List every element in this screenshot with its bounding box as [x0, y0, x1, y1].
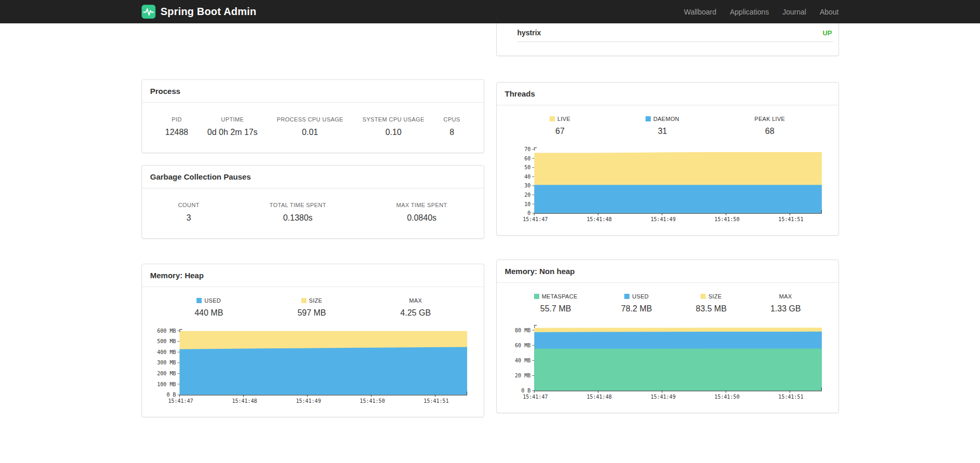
svg-text:0: 0 [527, 210, 530, 216]
legend-value: 31 [646, 127, 679, 136]
memory-nonheap-legend: METASPACE 55.7 MB USED 78.2 MB SIZE [497, 283, 838, 316]
svg-text:15:41:51: 15:41:51 [778, 216, 803, 222]
spring-boot-admin-logo-icon [142, 5, 156, 19]
metric-label: COUNT [178, 202, 200, 208]
svg-text:20 MB: 20 MB [515, 373, 530, 378]
memory-nonheap-area-chart: 0 B20 MB40 MB60 MB80 MB15:41:4715:41:481… [500, 321, 833, 406]
metric-label: CPUS [443, 116, 460, 122]
threads-card-title: Threads [497, 83, 838, 105]
legend-label: SIZE [708, 293, 722, 299]
legend-value: 597 MB [298, 308, 326, 318]
svg-text:15:41:49: 15:41:49 [650, 216, 675, 222]
gc-card-title: Garbage Collection Pauses [142, 166, 484, 188]
memory-heap-area-chart: 0 B100 MB200 MB300 MB400 MB500 MB600 MB1… [145, 325, 479, 411]
nav-link-about[interactable]: About [820, 8, 839, 16]
svg-text:300 MB: 300 MB [157, 360, 176, 365]
legend-max: MAX 1.33 GB [771, 293, 801, 314]
svg-text:80 MB: 80 MB [515, 328, 530, 333]
legend-daemon: DAEMON 31 [646, 116, 679, 136]
metric-value: 0.1380s [270, 213, 326, 223]
svg-text:0 B: 0 B [166, 392, 176, 398]
metric-value: 8 [443, 128, 460, 137]
svg-text:15:41:48: 15:41:48 [232, 398, 257, 404]
gc-pauses-card: Garbage Collection Pauses COUNT 3 TOTAL … [142, 165, 484, 239]
metric-cpus: CPUS 8 [443, 116, 460, 137]
used-color-swatch-icon [624, 294, 629, 299]
svg-text:15:41:51: 15:41:51 [778, 393, 803, 399]
threads-chart: 01020304050607015:41:4715:41:4815:41:491… [497, 138, 838, 235]
metric-gc-total-time: TOTAL TIME SPENT 0.1380s [270, 202, 326, 223]
legend-label: MAX [779, 293, 792, 299]
legend-size: SIZE 83.5 MB [696, 293, 727, 314]
legend-label: DAEMON [653, 116, 679, 122]
svg-text:40 MB: 40 MB [515, 358, 530, 363]
legend-value: 1.33 GB [771, 304, 801, 314]
legend-value: 67 [550, 127, 570, 136]
svg-text:15:41:51: 15:41:51 [424, 398, 449, 404]
metric-value: 3 [178, 213, 200, 223]
memory-nonheap-card-title: Memory: Non heap [497, 260, 838, 283]
memory-heap-legend: USED 440 MB SIZE 597 MB MAX 4 [142, 287, 484, 320]
legend-value: 55.7 MB [534, 304, 578, 314]
nav-link-wallboard[interactable]: Wallboard [684, 8, 717, 16]
metric-label: PROCESS CPU USAGE [277, 116, 343, 122]
svg-text:70: 70 [524, 146, 530, 152]
threads-card: Threads LIVE 67 DAEMON 31 [496, 82, 839, 236]
brand-link[interactable]: Spring Boot Admin [142, 5, 257, 19]
svg-text:10: 10 [524, 201, 530, 207]
legend-live: LIVE 67 [550, 116, 570, 136]
metric-gc-count: COUNT 3 [178, 202, 200, 223]
svg-text:15:41:47: 15:41:47 [523, 393, 548, 399]
metric-label: TOTAL TIME SPENT [270, 202, 326, 208]
svg-text:50: 50 [524, 165, 530, 170]
legend-value: 4.25 GB [400, 308, 431, 318]
legend-metaspace: METASPACE 55.7 MB [534, 293, 578, 314]
svg-text:20: 20 [524, 192, 530, 198]
legend-label: METASPACE [542, 293, 578, 299]
svg-text:60 MB: 60 MB [515, 343, 530, 348]
metric-value: 0.01 [277, 128, 343, 137]
status-badge: UP [822, 29, 832, 37]
svg-text:600 MB: 600 MB [157, 328, 176, 334]
metric-system-cpu-usage: SYSTEM CPU USAGE 0.10 [362, 116, 424, 137]
legend-max: MAX 4.25 GB [400, 297, 431, 318]
gc-metrics: COUNT 3 TOTAL TIME SPENT 0.1380s MAX TIM… [142, 188, 484, 238]
svg-text:200 MB: 200 MB [157, 371, 176, 376]
metric-value: 12488 [165, 128, 189, 137]
svg-text:15:41:48: 15:41:48 [586, 393, 611, 399]
health-row-hystrix: hystrix UP [517, 23, 833, 42]
svg-text:15:41:48: 15:41:48 [586, 216, 611, 222]
metric-value: 0.10 [362, 128, 424, 137]
nav-links: Wallboard Applications Journal About [684, 8, 839, 16]
memory-nonheap-chart: 0 B20 MB40 MB60 MB80 MB15:41:4715:41:481… [497, 316, 838, 413]
live-color-swatch-icon [550, 116, 555, 121]
legend-label: USED [204, 297, 221, 304]
legend-label: MAX [409, 297, 422, 304]
metric-value: 0d 0h 2m 17s [207, 128, 258, 137]
daemon-color-swatch-icon [646, 116, 651, 121]
app-title: Spring Boot Admin [161, 6, 257, 18]
svg-text:15:41:49: 15:41:49 [296, 398, 320, 404]
metric-process-cpu-usage: PROCESS CPU USAGE 0.01 [277, 116, 343, 137]
process-metrics: PID 12488 UPTIME 0d 0h 2m 17s PROCESS CP… [142, 103, 484, 153]
main-content: Process PID 12488 UPTIME 0d 0h 2m 17s PR… [142, 23, 839, 454]
legend-size: SIZE 597 MB [298, 297, 326, 318]
metric-uptime: UPTIME 0d 0h 2m 17s [207, 116, 258, 137]
threads-legend: LIVE 67 DAEMON 31 PEAK LIVE 6 [497, 105, 838, 138]
svg-text:100 MB: 100 MB [157, 382, 176, 387]
nav-link-journal[interactable]: Journal [782, 8, 806, 16]
legend-value: 78.2 MB [621, 304, 652, 314]
svg-text:15:41:50: 15:41:50 [359, 398, 384, 404]
right-column: hystrix UP Threads LIVE 67 DAEMON [496, 23, 839, 413]
metric-label: MAX TIME SPENT [396, 202, 447, 208]
memory-heap-card: Memory: Heap USED 440 MB SIZE 597 MB [142, 264, 484, 417]
memory-heap-chart: 0 B100 MB200 MB300 MB400 MB500 MB600 MB1… [142, 320, 484, 417]
size-color-swatch-icon [301, 298, 306, 303]
legend-used: USED 78.2 MB [621, 293, 652, 314]
metric-label: PID [165, 116, 189, 122]
legend-value: 440 MB [194, 308, 223, 318]
metaspace-color-swatch-icon [534, 294, 539, 299]
memory-heap-card-title: Memory: Heap [142, 264, 484, 287]
legend-value: 83.5 MB [696, 304, 727, 314]
nav-link-applications[interactable]: Applications [730, 8, 769, 16]
